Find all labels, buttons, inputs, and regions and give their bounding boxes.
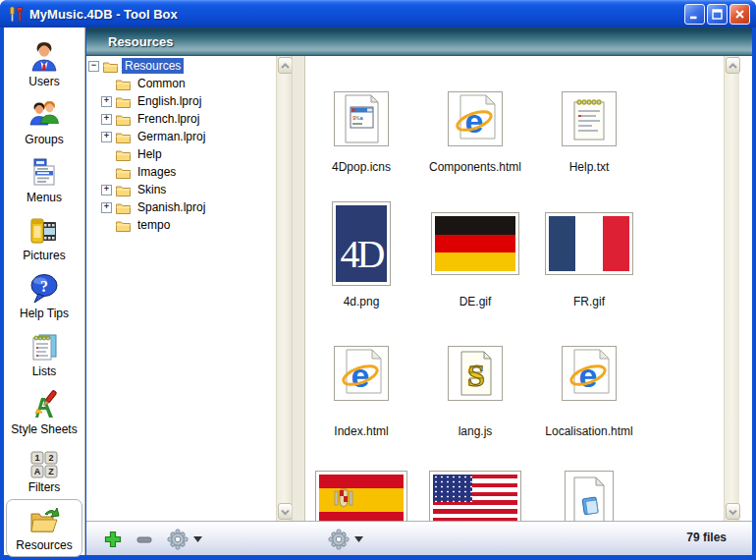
- svg-text:9%a: 9%a: [352, 115, 363, 122]
- tree-item-common[interactable]: Common: [86, 75, 276, 92]
- scroll-up-button[interactable]: [726, 57, 740, 74]
- tree-item-label: tempo: [135, 217, 173, 233]
- html-file-icon: e: [567, 349, 612, 398]
- folder-icon: [116, 78, 131, 90]
- us-canton: [433, 475, 472, 502]
- statusbar: 79 files: [86, 521, 752, 555]
- file-item-4d-png[interactable]: 4D: [332, 201, 391, 286]
- expand-box-icon[interactable]: +: [101, 96, 112, 107]
- tree-item-french-lproj[interactable]: +French.lproj: [86, 110, 276, 128]
- file-item-localisation-html[interactable]: e: [562, 346, 617, 401]
- flag-usa-icon: [433, 475, 517, 521]
- sidebar-item-help-tips[interactable]: ?Help Tips: [6, 267, 82, 325]
- remove-button[interactable]: [135, 529, 153, 550]
- sidebar-item-label: Menus: [27, 192, 62, 204]
- window-title: MyMusic.4DB - Tool Box: [29, 7, 684, 22]
- tree-item-label: Help: [135, 146, 165, 162]
- tree-item-label: Spanish.lproj: [135, 199, 208, 215]
- svg-text:Z: Z: [48, 467, 54, 476]
- titlebar[interactable]: MyMusic.4DB - Tool Box: [0, 0, 756, 28]
- file-item-label: DE.gif: [416, 295, 534, 308]
- actions-menu-button[interactable]: [328, 529, 363, 550]
- file-item-label: Localisation.html: [530, 424, 648, 438]
- sidebar-item-label: Help Tips: [20, 308, 69, 320]
- minimize-icon: [689, 9, 700, 20]
- svg-text:?: ?: [40, 278, 48, 295]
- scroll-down-button[interactable]: [726, 503, 740, 520]
- main-panel: Resources −ResourcesCommon+English.lproj…: [86, 28, 752, 555]
- expand-box-icon[interactable]: +: [101, 114, 112, 125]
- expand-box-icon[interactable]: +: [101, 132, 112, 142]
- sidebar-item-resources[interactable]: Resources: [6, 499, 82, 557]
- sidebar-item-pictures[interactable]: Pictures: [6, 209, 82, 267]
- file-item-fr-gif[interactable]: [545, 212, 633, 275]
- sidebar-item-filters[interactable]: 12AZFilters: [6, 441, 82, 499]
- tree-item-spanish-lproj[interactable]: +Spanish.lproj: [86, 198, 276, 216]
- expand-box-icon[interactable]: +: [101, 202, 112, 213]
- folder-icon: [116, 113, 131, 126]
- arrow-down-icon[interactable]: [354, 536, 363, 542]
- file-item-label: 4Dpop.icns: [305, 160, 420, 174]
- file-item-4dpop-icns[interactable]: 9%a: [334, 91, 389, 146]
- tree-item-german-lproj[interactable]: +German.lproj: [86, 128, 276, 145]
- tree-item-skins[interactable]: +Skins: [86, 181, 276, 198]
- file-item-doc-file-icon[interactable]: [565, 471, 614, 521]
- maximize-icon: [712, 9, 723, 20]
- tree-item-resources[interactable]: −Resources: [86, 57, 276, 75]
- tree-item-label: English.lproj: [135, 93, 204, 109]
- file-item-flag-spain-icon[interactable]: [315, 471, 407, 521]
- menus-icon: [27, 156, 61, 190]
- file-item-label: Components.html: [416, 160, 534, 174]
- expand-box-icon[interactable]: +: [101, 185, 112, 196]
- svg-text:A: A: [34, 467, 41, 476]
- add-button[interactable]: [104, 529, 122, 550]
- file-item-flag-usa-icon[interactable]: [429, 471, 521, 521]
- folder-icon: [116, 131, 131, 143]
- help-tips-icon: ?: [27, 272, 61, 306]
- minimize-button[interactable]: [684, 4, 705, 25]
- folder-icon: [116, 148, 131, 161]
- sidebar: UsersGroupsMenusPictures?Help TipsListsS…: [4, 28, 85, 555]
- panel-title: Resources: [108, 34, 173, 49]
- sidebar-item-style-sheets[interactable]: Style Sheets: [6, 383, 82, 441]
- file-item-help-txt[interactable]: [562, 91, 617, 146]
- resource-tree: −ResourcesCommon+English.lproj+French.lp…: [86, 56, 276, 521]
- sidebar-item-label: Users: [28, 76, 59, 88]
- window-controls: [684, 4, 750, 25]
- file-item-lang-js[interactable]: S: [448, 346, 503, 401]
- file-grid: 9%a4Dpop.icnseComponents.htmlHelp.txt4D4…: [305, 56, 752, 521]
- folder-icon: [116, 201, 131, 214]
- tree-scrollbar[interactable]: [276, 56, 292, 521]
- close-button[interactable]: [729, 4, 750, 25]
- file-item-label: 4d.png: [305, 295, 420, 308]
- html-file-icon: e: [339, 349, 384, 398]
- file-item-components-html[interactable]: e: [448, 91, 503, 146]
- lists-icon: [27, 330, 61, 364]
- resources-icon: [27, 504, 61, 537]
- close-icon: [734, 9, 745, 20]
- folder-icon: [103, 60, 118, 73]
- svg-text:1: 1: [34, 453, 39, 463]
- splitter[interactable]: [292, 56, 305, 521]
- content-area: −ResourcesCommon+English.lproj+French.lp…: [86, 56, 752, 521]
- file-item-de-gif[interactable]: [431, 212, 519, 275]
- sidebar-item-users[interactable]: Users: [6, 35, 82, 93]
- scroll-up-button[interactable]: [278, 57, 293, 74]
- scroll-down-button[interactable]: [278, 503, 293, 520]
- maximize-button[interactable]: [707, 4, 728, 25]
- sidebar-item-lists[interactable]: Lists: [6, 325, 82, 383]
- tree-item-help[interactable]: Help: [86, 145, 276, 163]
- tools-menu-button[interactable]: [167, 529, 202, 550]
- sidebar-item-groups[interactable]: Groups: [6, 93, 82, 151]
- sidebar-item-menus[interactable]: Menus: [6, 151, 82, 209]
- sidebar-item-label: Resources: [16, 539, 72, 552]
- tree-item-english-lproj[interactable]: +English.lproj: [86, 92, 276, 110]
- arrow-down-icon[interactable]: [193, 536, 202, 542]
- tree-item-tempo[interactable]: tempo: [86, 216, 276, 234]
- users-icon: [27, 40, 61, 74]
- collapse-box-icon[interactable]: −: [88, 61, 99, 72]
- plus-icon: [104, 531, 122, 548]
- file-item-index-html[interactable]: e: [334, 346, 389, 401]
- tree-item-images[interactable]: Images: [86, 163, 276, 181]
- grid-scrollbar[interactable]: [724, 56, 739, 521]
